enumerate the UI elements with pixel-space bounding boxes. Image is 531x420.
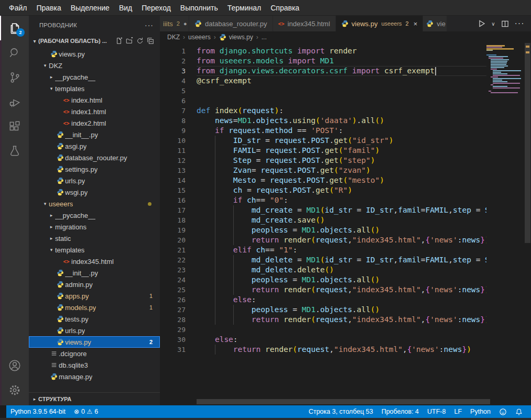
tree-item[interactable]: <>index.html (29, 94, 160, 106)
tree-item[interactable]: ▾useeers (29, 198, 160, 209)
sidebar-item-run-debug[interactable] (0, 90, 29, 114)
cursor-position-status[interactable]: Строка 3, столбец 53 (305, 408, 377, 415)
code-line[interactable]: 26 else: (160, 295, 486, 305)
code-line[interactable]: 17 md_create = MD1(id_str = ID_str,famil… (160, 205, 486, 215)
breadcrumb-item[interactable]: ... (262, 34, 267, 41)
sidebar-item-source-control[interactable] (0, 65, 29, 90)
code-line[interactable]: 16 if ch== "0": (160, 195, 486, 205)
code-line[interactable]: 11 FAMIL= request.POST.get("famil") (160, 146, 486, 156)
settings-button[interactable] (0, 378, 29, 402)
tree-item[interactable]: wsgi.py (29, 186, 160, 198)
minimap[interactable] (486, 45, 524, 150)
tree-item[interactable]: ▸__pycache__ (29, 209, 160, 221)
code-line[interactable]: 3from django.views.decorators.csrf impor… (160, 66, 486, 76)
refresh-icon[interactable] (135, 36, 145, 46)
bell-icon[interactable] (511, 408, 527, 416)
tree-item[interactable]: db.sqlite3 (29, 359, 160, 371)
tree-item[interactable]: views.py2 (29, 336, 160, 348)
code-editor[interactable]: 1from django.shortcuts import render2fro… (160, 43, 531, 405)
account-button[interactable] (0, 353, 29, 378)
language-mode-status[interactable]: Python (466, 408, 495, 415)
tab-vie[interactable]: vie (423, 16, 447, 31)
tree-item[interactable]: <>index345.html (29, 256, 160, 267)
code-line[interactable]: 19 peopless = MD1.objects.all() (160, 225, 486, 235)
code-line[interactable]: 30 else: (160, 335, 486, 345)
tree-item[interactable]: ▾templates (29, 83, 160, 94)
menu-item[interactable]: Справка (266, 2, 304, 14)
tree-item[interactable]: ▸__pycache__ (29, 71, 160, 83)
tree-item[interactable]: admin.py (29, 279, 160, 290)
scrollbar-thumb[interactable] (525, 43, 530, 243)
tree-item[interactable]: views.py (29, 48, 160, 60)
menu-item[interactable]: Переход (137, 2, 176, 14)
menu-item[interactable]: Файл (4, 2, 31, 14)
outline-section-header[interactable]: ▸ СТРУКТУРА (29, 392, 160, 405)
code-line[interactable]: 12 Step = request.POST.get("step") (160, 156, 486, 165)
eol-status[interactable]: LF (450, 408, 466, 415)
code-line[interactable]: 24 peopless = MD1.objects.all() (160, 275, 486, 285)
code-line[interactable]: 27 peopless = MD1.objects.all() (160, 305, 486, 315)
run-icon[interactable] (475, 17, 488, 30)
sidebar-item-testing[interactable] (0, 139, 29, 163)
tree-item[interactable]: .dcignore (29, 348, 160, 359)
tree-item[interactable]: tests.py (29, 313, 160, 325)
menu-item[interactable]: Правка (31, 2, 66, 14)
code-line[interactable]: 21 elif ch== "1": (160, 245, 486, 255)
code-line[interactable]: 15 ch = request.POST.get("R") (160, 185, 486, 195)
run-dropdown-icon[interactable]: ∨ (490, 17, 496, 30)
tree-item[interactable]: __init__.py (29, 129, 160, 140)
code-line[interactable]: 14 Mesto = request.POST.get("mesto") (160, 175, 486, 185)
tree-item[interactable]: asgi.py (29, 140, 160, 152)
sidebar-item-explorer[interactable]: 2 (0, 16, 29, 40)
tree-item[interactable]: ▸static (29, 233, 160, 244)
code-line[interactable]: 23 md_delete.delete() (160, 265, 486, 275)
code-line[interactable]: 31 return render(request,"index345.html"… (160, 345, 486, 355)
new-file-icon[interactable] (114, 36, 124, 46)
breadcrumb-item[interactable]: views.py (219, 34, 253, 41)
split-editor-icon[interactable] (499, 17, 511, 30)
code-line[interactable]: 22 md_delete = MD1(id_str = ID_str,famil… (160, 255, 486, 265)
code-line[interactable]: 2from useeers.models import MD1 (160, 56, 486, 66)
close-icon[interactable]: × (414, 20, 418, 28)
code-line[interactable]: 1from django.shortcuts import render (160, 46, 486, 56)
sidebar-item-search[interactable] (0, 40, 29, 65)
menu-item[interactable]: Терминал (223, 2, 266, 14)
tree-item[interactable]: settings.py (29, 163, 160, 175)
collapse-all-icon[interactable] (145, 36, 156, 46)
code-line[interactable]: 20 return render(request,"index345.html"… (160, 235, 486, 245)
code-line[interactable]: 10 ID_str = request.POST.get("id_str") (160, 136, 486, 146)
code-line[interactable]: 4@csrf_exempt (160, 76, 486, 86)
code-line[interactable]: 6 (160, 96, 486, 106)
code-line[interactable]: 8 news=MD1.objects.using('daata').all() (160, 116, 486, 126)
python-interpreter-status[interactable]: Python 3.9.5 64-bit (6, 408, 70, 415)
vertical-scrollbar[interactable] (524, 43, 531, 405)
tree-item[interactable]: manage.py (29, 371, 160, 382)
tree-item[interactable]: ▾DKZ (29, 60, 160, 71)
tree-item[interactable]: ▾templates (29, 244, 160, 256)
code-line[interactable]: 13 Zvan= request.POST.get("zvan") (160, 165, 486, 175)
code-line[interactable]: 9 if request.method == 'POST': (160, 126, 486, 136)
more-actions-icon[interactable]: ··· (513, 17, 526, 30)
tree-item[interactable]: urls.py (29, 325, 160, 336)
tree-item[interactable]: apps.py1 (29, 290, 160, 302)
sidebar-more-actions-icon[interactable]: ··· (145, 21, 154, 29)
code-line[interactable]: 18 md_create.save() (160, 215, 486, 225)
code-line[interactable]: 5 (160, 86, 486, 96)
tree-item[interactable]: urls.py (29, 175, 160, 186)
code-line[interactable]: 7def index(request): (160, 106, 486, 116)
tab-database_roouter.py[interactable]: database_roouter.py (189, 16, 273, 31)
tab-views.py[interactable]: views.pyuseeers2× (336, 16, 424, 31)
sidebar-item-extensions[interactable] (0, 114, 29, 139)
code-line[interactable]: 25 return render(request,"index345.html"… (160, 285, 486, 295)
indentation-status[interactable]: Пробелов: 4 (377, 408, 423, 415)
code-line[interactable]: 28 return render(request,"index345.html"… (160, 315, 486, 325)
menu-item[interactable]: Выполнить (176, 2, 223, 14)
tree-item[interactable]: database_roouter.py (29, 152, 160, 163)
horizontal-scrollbar[interactable] (197, 399, 490, 404)
code-line[interactable]: 29 (160, 325, 486, 335)
tree-item[interactable]: <>index1.html (29, 106, 160, 117)
feedback-icon[interactable] (495, 408, 511, 416)
tab-index345.html[interactable]: <>index345.html (273, 16, 336, 31)
breadcrumb-item[interactable]: DKZ (167, 34, 180, 41)
tree-item[interactable]: __init__.py (29, 267, 160, 279)
